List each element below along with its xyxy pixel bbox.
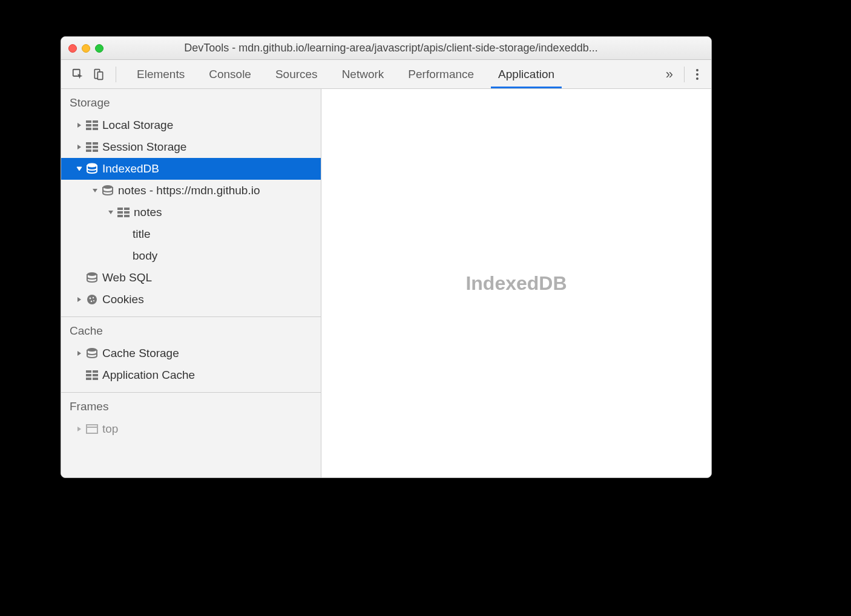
tree-label: Session Storage: [102, 140, 186, 154]
database-icon: [85, 347, 99, 360]
tree-label: IndexedDB: [102, 162, 159, 175]
chevron-down-icon: [106, 208, 116, 217]
svg-rect-38: [93, 378, 98, 380]
main-panel: IndexedDB: [321, 89, 711, 477]
svg-point-28: [90, 298, 91, 300]
svg-rect-22: [117, 211, 123, 214]
tree-label: title: [133, 228, 151, 241]
svg-point-30: [91, 301, 93, 303]
sidebar: Storage Local Storage: [61, 89, 321, 477]
tree-label: notes - https://mdn.github.io: [118, 184, 260, 197]
tree-item-web-sql[interactable]: Web SQL: [61, 267, 321, 289]
database-icon: [85, 271, 99, 284]
tree-item-cache-storage[interactable]: Cache Storage: [61, 342, 321, 364]
svg-point-4: [696, 73, 698, 76]
svg-rect-14: [86, 146, 91, 148]
tree-label: Web SQL: [102, 271, 152, 284]
tree-label: top: [102, 422, 118, 436]
svg-rect-33: [86, 370, 91, 373]
table-icon: [117, 206, 130, 219]
svg-rect-35: [86, 374, 91, 376]
frame-icon: [85, 422, 99, 436]
tree-item-frame-top[interactable]: top: [61, 418, 321, 440]
tree-item-index-body[interactable]: body: [61, 245, 321, 267]
tree-item-cookies[interactable]: Cookies: [61, 289, 321, 310]
svg-rect-36: [93, 374, 98, 376]
table-icon: [85, 119, 99, 132]
tab-elements[interactable]: Elements: [125, 60, 197, 88]
svg-point-27: [87, 295, 97, 304]
tab-sources[interactable]: Sources: [263, 60, 330, 88]
svg-rect-37: [86, 378, 91, 380]
table-icon: [85, 369, 99, 382]
cookie-icon: [85, 293, 99, 306]
tree-label: body: [133, 249, 157, 263]
svg-point-32: [87, 348, 97, 352]
inspect-icon[interactable]: [71, 67, 85, 82]
svg-point-5: [696, 77, 698, 80]
tabbar: Elements Console Sources Network Perform…: [61, 60, 711, 89]
svg-rect-2: [97, 71, 102, 79]
svg-rect-25: [124, 215, 130, 217]
tab-network[interactable]: Network: [330, 60, 396, 88]
tab-application[interactable]: Application: [486, 60, 567, 88]
tree-label: Cache Storage: [102, 347, 179, 360]
svg-rect-6: [86, 120, 91, 123]
group-header-frames: Frames: [61, 393, 321, 418]
minimize-icon[interactable]: [82, 44, 90, 53]
svg-point-29: [93, 297, 94, 298]
database-icon: [101, 184, 114, 197]
svg-rect-10: [86, 128, 91, 130]
devtools-window: DevTools - mdn.github.io/learning-area/j…: [61, 36, 712, 478]
svg-rect-7: [93, 120, 98, 123]
svg-rect-16: [86, 149, 91, 152]
device-toggle-icon[interactable]: [91, 67, 106, 82]
tree-item-db-notes[interactable]: notes - https://mdn.github.io: [61, 180, 321, 202]
zoom-icon[interactable]: [95, 44, 104, 53]
close-icon[interactable]: [68, 44, 77, 53]
group-header-cache: Cache: [61, 317, 321, 342]
window-title: DevTools - mdn.github.io/learning-area/j…: [114, 42, 704, 54]
chevron-right-icon: [74, 424, 84, 434]
svg-point-26: [87, 272, 97, 276]
svg-point-31: [93, 300, 94, 301]
svg-rect-23: [124, 211, 130, 214]
svg-rect-21: [124, 208, 130, 210]
tree-label: Local Storage: [102, 119, 173, 132]
tabs: Elements Console Sources Network Perform…: [125, 60, 567, 88]
svg-rect-11: [93, 128, 98, 130]
svg-rect-24: [117, 215, 123, 217]
tree-item-index-title[interactable]: title: [61, 223, 321, 245]
chevron-right-icon: [74, 295, 84, 304]
tree-item-session-storage[interactable]: Session Storage: [61, 136, 321, 158]
titlebar: DevTools - mdn.github.io/learning-area/j…: [61, 37, 711, 60]
svg-rect-20: [117, 208, 123, 210]
tab-console[interactable]: Console: [197, 60, 263, 88]
svg-rect-17: [93, 149, 98, 152]
chevron-down-icon: [74, 164, 84, 174]
svg-rect-34: [93, 370, 98, 373]
tabs-overflow-icon[interactable]: »: [659, 67, 680, 82]
chevron-down-icon: [90, 186, 100, 195]
tree-item-store-notes[interactable]: notes: [61, 202, 321, 223]
body: Storage Local Storage: [61, 89, 711, 477]
svg-rect-39: [87, 425, 97, 433]
tree-item-indexeddb[interactable]: IndexedDB: [61, 158, 321, 180]
tree-item-local-storage[interactable]: Local Storage: [61, 114, 321, 136]
tree-label: notes: [134, 206, 162, 219]
tree-label: Application Cache: [102, 369, 195, 382]
svg-point-3: [696, 69, 698, 71]
svg-point-18: [87, 163, 97, 167]
kebab-menu-icon[interactable]: [688, 68, 706, 81]
divider: [116, 67, 116, 82]
tab-performance[interactable]: Performance: [396, 60, 486, 88]
divider: [684, 67, 685, 82]
svg-rect-13: [93, 142, 98, 145]
placeholder-text: IndexedDB: [465, 272, 567, 295]
chevron-right-icon: [74, 120, 84, 130]
svg-point-19: [103, 185, 113, 189]
chevron-right-icon: [74, 142, 84, 152]
chevron-right-icon: [74, 349, 84, 358]
svg-rect-9: [93, 124, 98, 126]
tree-item-application-cache[interactable]: Application Cache: [61, 364, 321, 386]
